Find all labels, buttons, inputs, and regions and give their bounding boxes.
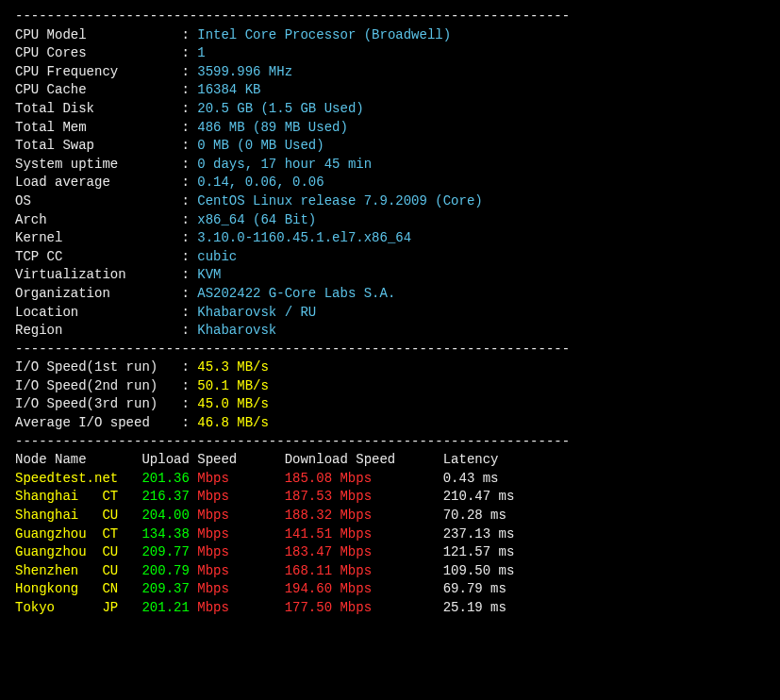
download-value: 188.32 (285, 508, 340, 523)
upload-unit: Mbps (197, 526, 284, 542)
sysinfo-value: CentOS Linux release 7.9.2009 (Core) (197, 193, 482, 208)
separator: : (181, 157, 197, 172)
sysinfo-value: 16384 KB (197, 82, 260, 97)
io-value: 45.3 MB/s (197, 359, 269, 375)
node-name: Guangzhou CU (15, 544, 141, 559)
upload-unit: Mbps (197, 489, 284, 504)
separator: : (181, 64, 197, 79)
upload-unit: Mbps (197, 563, 284, 578)
separator: : (181, 249, 197, 264)
io-row: I/O Speed(3rd run) : 45.0 MB/s (15, 395, 765, 414)
separator: : (181, 27, 197, 42)
download-value: 177.50 (285, 600, 340, 615)
hdr-node: Node Name (15, 452, 141, 467)
node-name: Shanghai CU (15, 508, 141, 523)
sysinfo-row: CPU Cache : 16384 KB (15, 81, 765, 100)
sysinfo-value: Khabarovsk (197, 323, 276, 338)
download-unit: Mbps (340, 544, 442, 559)
upload-unit: Mbps (197, 600, 284, 615)
sysinfo-row: Total Mem : 486 MB (89 MB Used) (15, 119, 765, 138)
separator: : (181, 378, 197, 393)
upload-value: 209.37 (141, 581, 197, 596)
latency-value: 121.57 ms (443, 544, 515, 559)
latency-value: 0.43 ms (443, 471, 499, 486)
sysinfo-row: Location : Khabarovsk / RU (15, 304, 765, 323)
io-value: 46.8 MB/s (197, 415, 269, 430)
io-label: I/O Speed(3rd run) (15, 395, 181, 414)
download-unit: Mbps (340, 563, 442, 578)
download-unit: Mbps (340, 489, 442, 504)
io-row: Average I/O speed : 46.8 MB/s (15, 414, 765, 433)
sysinfo-label: OS (15, 192, 181, 211)
upload-value: 134.38 (141, 526, 197, 542)
speedtest-row: Shanghai CU 204.00 Mbps 188.32 Mbps 70.2… (15, 507, 765, 525)
download-unit: Mbps (340, 600, 442, 615)
node-name: Shenzhen CU (15, 563, 141, 578)
sysinfo-label: Region (15, 322, 181, 341)
upload-unit: Mbps (197, 508, 284, 523)
separator: : (181, 175, 197, 190)
separator: : (181, 305, 197, 320)
sysinfo-label: Total Swap (15, 137, 181, 156)
sysinfo-value: AS202422 G-Core Labs S.A. (197, 286, 395, 301)
sysinfo-value: Khabarovsk / RU (197, 305, 316, 320)
download-value: 183.47 (285, 544, 340, 559)
sysinfo-row: System uptime : 0 days, 17 hour 45 min (15, 156, 765, 175)
upload-value: 204.00 (141, 508, 197, 523)
io-label: Average I/O speed (15, 414, 181, 433)
latency-value: 109.50 ms (443, 563, 515, 578)
upload-value: 216.37 (141, 489, 197, 504)
sysinfo-row: Virtualization : KVM (15, 266, 765, 285)
sysinfo-value: 1 (197, 45, 205, 60)
speedtest-row: Guangzhou CU 209.77 Mbps 183.47 Mbps 121… (15, 543, 765, 562)
node-name: Hongkong CN (15, 581, 141, 596)
download-unit: Mbps (340, 526, 442, 542)
io-value: 45.0 MB/s (197, 396, 269, 411)
latency-value: 69.79 ms (443, 581, 506, 596)
sysinfo-row: Organization : AS202422 G-Core Labs S.A. (15, 285, 765, 304)
node-name: Tokyo JP (15, 600, 141, 615)
separator: : (181, 359, 197, 375)
speedtest-row: Shanghai CT 216.37 Mbps 187.53 Mbps 210.… (15, 488, 765, 507)
separator: : (181, 193, 197, 208)
separator: : (181, 267, 197, 282)
sysinfo-row: OS : CentOS Linux release 7.9.2009 (Core… (15, 192, 765, 211)
sysinfo-label: Arch (15, 211, 181, 230)
separator: : (181, 230, 197, 245)
separator: : (181, 212, 197, 227)
sysinfo-value: KVM (197, 267, 221, 282)
latency-value: 210.47 ms (443, 489, 515, 504)
upload-unit: Mbps (197, 544, 284, 559)
upload-unit: Mbps (197, 581, 284, 596)
sysinfo-row: CPU Model : Intel Core Processor (Broadw… (15, 26, 765, 45)
io-label: I/O Speed(2nd run) (15, 377, 181, 396)
separator: : (181, 101, 197, 116)
upload-value: 200.79 (141, 563, 197, 578)
sysinfo-label: TCP CC (15, 248, 181, 267)
sysinfo-value: Intel Core Processor (Broadwell) (197, 27, 451, 42)
speedtest-row: Guangzhou CT 134.38 Mbps 141.51 Mbps 237… (15, 525, 765, 544)
download-value: 185.08 (285, 471, 340, 486)
sysinfo-label: System uptime (15, 156, 181, 175)
divider-1: ----------------------------------------… (15, 8, 765, 26)
sysinfo-row: Arch : x86_64 (64 Bit) (15, 211, 765, 230)
separator: : (181, 286, 197, 301)
separator: : (181, 82, 197, 97)
download-unit: Mbps (340, 581, 442, 596)
sysinfo-value: 20.5 GB (1.5 GB Used) (197, 101, 363, 116)
io-value: 50.1 MB/s (197, 378, 269, 393)
sysinfo-value: 486 MB (89 MB Used) (197, 120, 348, 135)
io-section: I/O Speed(1st run) : 45.3 MB/sI/O Speed(… (15, 358, 765, 432)
sysinfo-row: Total Swap : 0 MB (0 MB Used) (15, 137, 765, 156)
divider-2: ----------------------------------------… (15, 341, 765, 359)
io-row: I/O Speed(2nd run) : 50.1 MB/s (15, 377, 765, 396)
separator: : (181, 415, 197, 430)
sysinfo-row: Load average : 0.14, 0.06, 0.06 (15, 174, 765, 192)
sysinfo-row: Region : Khabarovsk (15, 322, 765, 341)
node-name: Guangzhou CT (15, 526, 141, 542)
node-name: Speedtest.net (15, 471, 141, 486)
speedtest-header: Node Name Upload Speed Download Speed La… (15, 451, 765, 470)
separator: : (181, 396, 197, 411)
sysinfo-row: TCP CC : cubic (15, 248, 765, 267)
node-name: Shanghai CT (15, 489, 141, 504)
